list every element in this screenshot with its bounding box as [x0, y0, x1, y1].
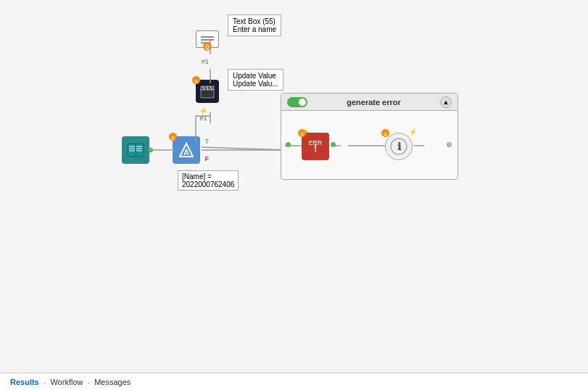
- azure-node-icon: A: [177, 141, 196, 159]
- svg-text:Q: Q: [205, 44, 210, 50]
- update-num-label: ⚡ #1: [199, 107, 207, 122]
- generate-error-body: ⚡ ! ERR Q: [281, 111, 457, 181]
- true-label: T: [205, 138, 210, 145]
- error-badge: Q: [297, 128, 307, 139]
- textbox-tooltip-line1: Text Box (55): [233, 17, 276, 25]
- azure-badge-q-icon: Q: [168, 132, 178, 141]
- textbox-num-label: #1: [202, 58, 209, 65]
- error-output-port: [331, 142, 336, 147]
- svg-rect-16: [201, 89, 214, 98]
- svg-text:A: A: [183, 148, 189, 157]
- update-tooltip-line1: Update Value: [233, 72, 278, 80]
- false-label: F: [205, 155, 210, 162]
- book-node[interactable]: [122, 136, 149, 164]
- book-icon: [126, 141, 145, 159]
- svg-text:ERR: ERR: [308, 139, 323, 146]
- textbox-badge: Q: [202, 41, 212, 53]
- update-badge-q: Q: [191, 75, 201, 86]
- workflow-canvas: Text Box (55) Enter a name Q #1 Update V…: [0, 0, 588, 373]
- generate-error-header: generate error ▲: [281, 94, 457, 111]
- bottom-bar-sep1: -: [42, 378, 48, 386]
- bottom-bar-sep2: -: [86, 378, 91, 386]
- exit-port: [447, 142, 452, 147]
- bottom-bar-workflow[interactable]: Workflow: [47, 378, 86, 386]
- generate-error-toggle[interactable]: [287, 97, 307, 107]
- azure-badge-q: Q: [168, 132, 178, 143]
- main-connectors-overlay: [0, 0, 588, 373]
- error-badge-icon: Q: [297, 128, 307, 138]
- bottom-bar-messages[interactable]: Messages: [91, 378, 133, 386]
- value-label-text: [Name] =: [182, 173, 234, 181]
- update-tooltip: Update Value Update Valu...: [228, 69, 283, 91]
- svg-text:Q: Q: [171, 136, 175, 140]
- info-node-icon: ℹ: [389, 137, 408, 156]
- error-node[interactable]: ! ERR Q: [302, 133, 329, 160]
- bottom-bar-results[interactable]: Results: [7, 378, 42, 386]
- svg-text:Q: Q: [300, 132, 304, 136]
- textbox-node[interactable]: Q: [196, 30, 219, 48]
- info-node[interactable]: ℹ Q ⚡: [385, 133, 413, 160]
- textbox-tooltip-line2: Enter a name: [233, 25, 276, 33]
- value-label: [Name] = 2022000762406: [178, 170, 239, 191]
- svg-text:Q: Q: [384, 132, 387, 136]
- error-node-icon: ! ERR: [306, 137, 325, 156]
- connector-lines: [0, 0, 588, 373]
- entry-port: [286, 142, 291, 147]
- info-badge-icon: Q: [381, 128, 390, 138]
- svg-line-1: [202, 147, 286, 150]
- update-value-node[interactable]: Q: [196, 80, 219, 103]
- update-badge-q-icon: Q: [191, 75, 201, 85]
- bottom-bar: Results - Workflow - Messages: [0, 373, 588, 390]
- generate-error-title: generate error: [307, 98, 440, 107]
- svg-text:Q: Q: [194, 79, 198, 83]
- info-lightning: ⚡: [409, 128, 417, 136]
- textbox-tooltip: Text Box (55) Enter a name: [228, 14, 281, 36]
- value-label-value: 2022000762406: [182, 181, 234, 188]
- textbox-badge-icon: Q: [202, 41, 212, 51]
- azure-node[interactable]: Q A T F: [173, 136, 200, 164]
- update-value-icon: [199, 84, 215, 99]
- generate-error-container: generate error ▲ ⚡: [281, 93, 458, 180]
- book-output-port: [148, 148, 153, 153]
- update-tooltip-line2: Update Valu...: [233, 80, 278, 88]
- info-badge: Q: [381, 128, 390, 139]
- collapse-button[interactable]: ▲: [440, 96, 452, 108]
